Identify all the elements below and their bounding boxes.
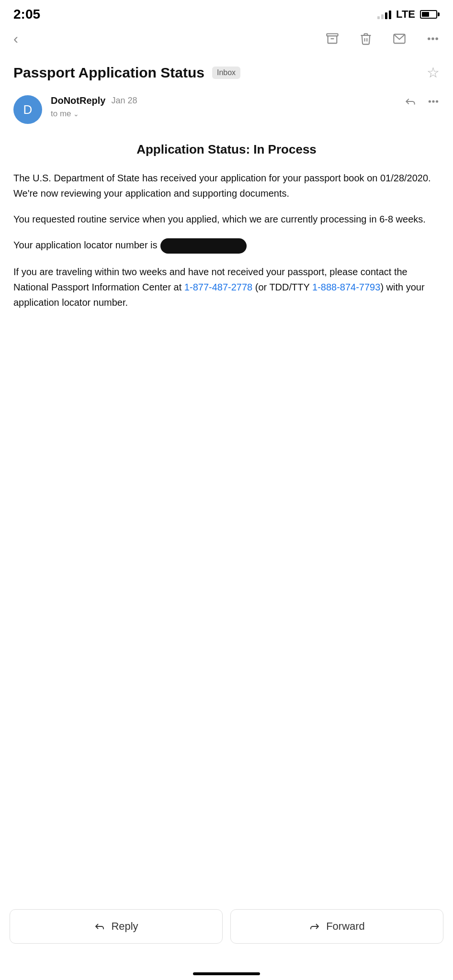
status-time: 2:05 (13, 7, 40, 22)
phone-link-1[interactable]: 1-877-487-2778 (184, 282, 252, 292)
phone-link-2[interactable]: 1-888-874-7793 (312, 282, 380, 292)
status-bar: 2:05 LTE (0, 0, 453, 26)
reply-button[interactable]: Reply (10, 909, 223, 944)
forward-button-icon (309, 921, 320, 932)
sender-actions (404, 95, 440, 111)
signal-icon (377, 10, 391, 19)
more-icon[interactable] (426, 32, 440, 45)
reply-icon[interactable] (404, 95, 417, 111)
sender-info: DoNotReply Jan 28 to me ⌄ (51, 95, 396, 119)
svg-point-5 (429, 100, 430, 102)
archive-icon[interactable] (326, 32, 339, 45)
status-right-icons: LTE (377, 8, 440, 21)
star-icon[interactable]: ☆ (427, 64, 440, 81)
email-paragraph-1: The U.S. Department of State has receive… (13, 170, 440, 201)
inbox-badge: Inbox (212, 67, 240, 79)
email-body: Application Status: In Process The U.S. … (0, 133, 453, 340)
sender-avatar-initial: D (23, 102, 33, 117)
email-paragraph-4: If you are traveling within two weeks an… (13, 264, 440, 310)
sender-name-row: DoNotReply Jan 28 (51, 95, 396, 106)
email-body-heading: Application Status: In Process (13, 142, 440, 157)
back-button[interactable]: ‹ (13, 31, 18, 47)
mail-icon[interactable] (393, 32, 406, 45)
reply-button-icon (94, 921, 105, 932)
svg-point-7 (436, 100, 438, 102)
sender-date: Jan 28 (111, 96, 137, 106)
email-toolbar: ‹ (0, 26, 453, 52)
email-subject: Passport Application Status (13, 65, 204, 81)
sender-avatar: D (13, 95, 42, 124)
forward-button[interactable]: Forward (230, 909, 443, 944)
delete-icon[interactable] (359, 32, 373, 45)
svg-rect-0 (327, 34, 338, 36)
svg-point-3 (432, 38, 434, 40)
sender-name: DoNotReply (51, 95, 105, 106)
sender-row: D DoNotReply Jan 28 to me ⌄ (0, 87, 453, 133)
sender-to[interactable]: to me ⌄ (51, 109, 396, 119)
home-indicator (193, 972, 260, 975)
toolbar-icons (326, 32, 440, 45)
svg-point-2 (428, 38, 430, 40)
bottom-actions: Reply Forward (0, 902, 453, 951)
svg-point-6 (432, 100, 434, 102)
email-paragraph-2: You requested routine service when you a… (13, 212, 440, 227)
more-options-icon[interactable] (427, 95, 440, 111)
redacted-locator-number (160, 238, 247, 254)
svg-point-4 (436, 38, 438, 40)
email-paragraph-3: Your application locator number is (13, 237, 440, 254)
lte-label: LTE (396, 8, 415, 21)
email-header: Passport Application Status Inbox ☆ (0, 56, 453, 87)
forward-button-label: Forward (326, 920, 365, 933)
reply-button-label: Reply (111, 920, 138, 933)
battery-icon (420, 10, 440, 19)
email-subject-area: Passport Application Status Inbox (13, 65, 427, 81)
